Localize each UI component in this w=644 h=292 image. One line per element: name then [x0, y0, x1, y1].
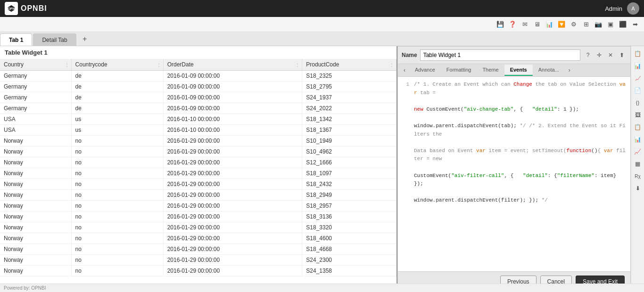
table-row: Germanyde2016-01-09 00:00:00S24_2022	[0, 103, 396, 114]
side-icon-image[interactable]: 🖼	[632, 109, 644, 121]
side-icon-1[interactable]: 📋	[632, 48, 644, 59]
col-drag-icon[interactable]: ⋮	[65, 62, 69, 67]
table-row: Norwayno2016-01-29 00:00:00S18_3136	[0, 211, 396, 222]
help-icon[interactable]: ❓	[507, 19, 518, 30]
widget-title: Table Widget 1	[0, 46, 396, 59]
side-icon-rx[interactable]: Rχ	[632, 170, 644, 182]
table-cell: S18_2325	[302, 71, 396, 81]
tab-add-button[interactable]: +	[79, 33, 91, 45]
panel-pin-icon[interactable]: ⬆	[617, 50, 627, 60]
table-row: Norwayno2016-01-29 00:00:00S24_1358	[0, 266, 396, 276]
table-cell: Norway	[0, 244, 71, 255]
email-icon[interactable]: ✉	[520, 19, 530, 30]
side-icon-chart2[interactable]: 📊	[632, 134, 644, 145]
filter-icon[interactable]: 🔽	[556, 19, 567, 30]
table-cell: USA	[0, 125, 71, 136]
table-cell: de	[71, 103, 163, 114]
grid-icon[interactable]: ⊞	[581, 19, 591, 30]
table-cell: 2016-01-29 00:00:00	[163, 211, 302, 222]
side-icon-doc[interactable]: 📄	[632, 85, 644, 96]
table-row: Norwayno2016-01-29 00:00:00S18_1097	[0, 168, 396, 179]
save-icon[interactable]: 💾	[495, 19, 505, 30]
side-icon-code[interactable]: {}	[632, 97, 644, 108]
panel-tab-next[interactable]: ›	[565, 64, 574, 76]
line-number: 1	[402, 81, 409, 205]
svg-text:OPN: OPN	[8, 7, 15, 10]
table-row: Norwayno2016-01-29 00:00:00S10_4962	[0, 146, 396, 157]
topbar: OPN OPNBI Admin A	[0, 0, 644, 17]
col-productcode: ProductCode ⋮	[302, 59, 396, 71]
panel-help-icon[interactable]: ?	[583, 50, 593, 60]
table-cell: S18_1367	[302, 125, 396, 136]
panel-close-icon[interactable]: ✕	[606, 50, 615, 60]
table-cell: Germany	[0, 71, 71, 81]
table-cell: S18_3320	[302, 222, 396, 233]
side-icon-table[interactable]: ▦	[632, 158, 644, 170]
table-cell: S24_1358	[302, 266, 396, 276]
col-drag-icon-3[interactable]: ⋮	[295, 62, 300, 67]
table-row: Germanyde2016-01-09 00:00:00S18_2325	[0, 71, 396, 81]
panel-name-input[interactable]	[420, 49, 580, 61]
status-bar: Powered by: OPNBI	[0, 284, 644, 292]
side-icon-download[interactable]: ⬇	[632, 183, 644, 194]
side-icon-chart3[interactable]: 📈	[632, 146, 644, 157]
table-cell: S10_4962	[302, 146, 396, 157]
tab-advance[interactable]: Advance	[409, 65, 441, 76]
table-cell: S18_3136	[302, 211, 396, 222]
table-cell: Norway	[0, 190, 71, 201]
table-scroll-area[interactable]: Country ⋮ Countrycode ⋮ OrderDate ⋮ Pr	[0, 59, 396, 286]
col-drag-icon-4[interactable]: ⋮	[389, 62, 394, 67]
col-drag-icon-2[interactable]: ⋮	[157, 62, 161, 67]
table-row: Norwayno2016-01-29 00:00:00S18_4668	[0, 244, 396, 255]
panel-tab-prev[interactable]: ‹	[400, 64, 409, 76]
table-cell: no	[71, 190, 163, 201]
tab-formatting[interactable]: Formatting	[441, 65, 477, 76]
table-row: USAus2016-01-10 00:00:00S18_1342	[0, 114, 396, 125]
tab-1[interactable]: Tab 1	[0, 33, 32, 46]
table-cell: S12_1666	[302, 157, 396, 168]
side-icon-clipboard[interactable]: 📋	[632, 122, 644, 133]
side-icon-chart-bar[interactable]: 📊	[632, 60, 644, 72]
col-countrycode: Countrycode ⋮	[71, 59, 163, 71]
arrow-icon[interactable]: ➡	[630, 19, 640, 30]
table-cell: S18_2432	[302, 179, 396, 190]
settings-icon[interactable]: ⚙	[569, 19, 579, 30]
table-cell: 2016-01-29 00:00:00	[163, 201, 302, 211]
camera-icon[interactable]: 📷	[593, 19, 603, 30]
table-cell: us	[71, 114, 163, 125]
tab-detail[interactable]: Detail Tab	[33, 33, 76, 46]
table-cell: de	[71, 81, 163, 92]
table-row: Norwayno2016-01-29 00:00:00S18_2432	[0, 179, 396, 190]
table-cell: no	[71, 157, 163, 168]
table-cell: 2016-01-09 00:00:00	[163, 71, 302, 81]
logo-icon: OPN	[5, 2, 18, 15]
tab-theme[interactable]: Theme	[477, 65, 504, 76]
logo-area: OPN OPNBI	[5, 2, 47, 15]
code-editor[interactable]: 1 /* 1. Create an Event which can Change…	[398, 77, 630, 271]
side-icon-chart-line[interactable]: 📈	[632, 73, 644, 84]
table-cell: S24_2022	[302, 103, 396, 114]
table-row: USAus2016-01-10 00:00:00S18_1367	[0, 125, 396, 136]
chart-icon[interactable]: 📊	[544, 19, 554, 30]
table-cell: S18_4600	[302, 233, 396, 244]
table-cell: S18_2949	[302, 190, 396, 201]
side-icon-bar: 📋 📊 📈 📄 {} 🖼 📋 📊 📈 ▦ Rχ ⬇	[631, 46, 644, 292]
table-cell: Germany	[0, 81, 71, 92]
table-cell: Germany	[0, 92, 71, 103]
tab-events[interactable]: Events	[504, 65, 533, 76]
table-cell: Norway	[0, 255, 71, 266]
panel-move-icon[interactable]: ✛	[594, 50, 604, 60]
table-cell: Norway	[0, 136, 71, 146]
widget-icon[interactable]: ▣	[605, 19, 616, 30]
table-cell: no	[71, 211, 163, 222]
table-cell: S18_2957	[302, 201, 396, 211]
table-cell: S24_2300	[302, 255, 396, 266]
table-row: Norwayno2016-01-29 00:00:00S18_2949	[0, 190, 396, 201]
tab-annotations[interactable]: Annota...	[533, 65, 565, 76]
screen-icon[interactable]: 🖥	[532, 19, 542, 30]
code-text: /* 1. Create an Event which can Change t…	[414, 81, 627, 205]
table-cell: no	[71, 201, 163, 211]
table-cell: de	[71, 92, 163, 103]
table-row: Norwayno2016-01-29 00:00:00S12_1666	[0, 157, 396, 168]
export-icon[interactable]: ⬛	[618, 19, 628, 30]
